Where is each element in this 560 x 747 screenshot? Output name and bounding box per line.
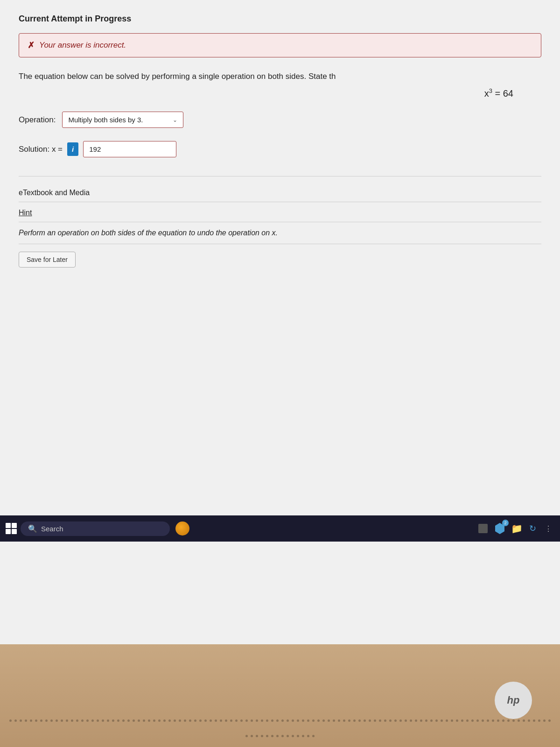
dot	[271, 719, 273, 722]
info-badge[interactable]: i	[67, 142, 78, 156]
hint-text: Perform an operation on both sides of th…	[19, 229, 278, 237]
dot	[482, 719, 484, 722]
dot	[302, 719, 304, 722]
dot	[133, 719, 135, 722]
dot	[122, 719, 125, 722]
dot	[256, 719, 258, 722]
taskbar-folder[interactable]: 📁	[511, 522, 523, 535]
dot	[328, 719, 330, 722]
dot	[435, 719, 438, 722]
attempt-title: Current Attempt in Progress	[19, 14, 541, 24]
dot	[456, 719, 458, 722]
hp-logo: hp	[495, 682, 532, 719]
dot	[276, 735, 279, 737]
taskbar-orb[interactable]	[175, 521, 189, 536]
windows-start-button[interactable]	[6, 523, 17, 534]
taskbar-refresh[interactable]: ↻	[526, 522, 539, 535]
hint-link[interactable]: Hint	[19, 209, 32, 217]
dot	[441, 719, 443, 722]
dot	[276, 719, 279, 722]
dot	[297, 719, 299, 722]
hint-text-section: Perform an operation on both sides of th…	[19, 222, 541, 244]
dot	[528, 719, 530, 722]
dot	[307, 719, 309, 722]
dot	[348, 719, 350, 722]
dot	[153, 719, 155, 722]
dot	[184, 719, 186, 722]
dot	[317, 719, 320, 722]
dot	[251, 735, 253, 737]
dot	[461, 719, 463, 722]
dot	[251, 719, 253, 722]
dot	[266, 735, 268, 737]
dot	[451, 719, 453, 722]
etextbook-section: eTextbook and Media	[19, 182, 541, 202]
dot	[127, 719, 130, 722]
dot	[14, 719, 17, 722]
dot	[476, 719, 479, 722]
dot	[20, 719, 22, 722]
dot	[410, 719, 412, 722]
dot	[518, 719, 520, 722]
hint-section: Hint	[19, 202, 541, 222]
dot	[548, 719, 551, 722]
dot	[256, 735, 258, 737]
dot	[466, 719, 469, 722]
dot	[425, 719, 427, 722]
dot	[502, 719, 504, 722]
dot	[281, 735, 284, 737]
taskbar-search-bar[interactable]: 🔍 Search	[21, 521, 170, 536]
dot	[420, 719, 422, 722]
dot	[292, 719, 294, 722]
solution-input[interactable]: 192	[83, 141, 176, 157]
dot	[61, 719, 63, 722]
dot	[204, 719, 207, 722]
notification-badge: 2	[502, 520, 509, 526]
dot	[394, 719, 397, 722]
dot	[471, 719, 474, 722]
dot	[143, 719, 145, 722]
operation-dropdown[interactable]: Multiply both sides by 3. ⌄	[62, 112, 183, 128]
dot	[245, 719, 248, 722]
dot	[543, 719, 546, 722]
dot	[302, 735, 304, 737]
dot	[25, 719, 27, 722]
dot	[66, 719, 68, 722]
dot	[389, 719, 392, 722]
taskbar-shield-wrap[interactable]: 2	[493, 521, 507, 536]
dot	[210, 719, 212, 722]
dot	[379, 719, 381, 722]
windows-icon-tl	[6, 523, 11, 528]
dot	[30, 719, 32, 722]
black-square-icon	[478, 524, 488, 533]
equation: x3 = 64	[19, 87, 513, 99]
dot	[81, 719, 84, 722]
dot	[50, 719, 53, 722]
taskbar: 🔍 Search 2 📁 ↻ ⋮	[0, 515, 560, 542]
dot	[76, 719, 78, 722]
dot	[71, 719, 73, 722]
save-later-button[interactable]: Save for Later	[19, 252, 76, 268]
dot	[230, 719, 232, 722]
dot	[497, 719, 499, 722]
dot	[117, 719, 119, 722]
dot	[333, 719, 335, 722]
dot	[240, 719, 243, 722]
dot	[287, 735, 289, 737]
dot	[56, 719, 58, 722]
dot	[297, 735, 299, 737]
dot	[189, 719, 191, 722]
dot	[9, 719, 12, 722]
dot	[343, 719, 345, 722]
refresh-icon: ↻	[529, 523, 536, 534]
taskbar-more[interactable]: ⋮	[542, 522, 554, 535]
etextbook-label[interactable]: eTextbook and Media	[19, 189, 90, 197]
dot	[487, 719, 489, 722]
taskbar-black-square[interactable]	[477, 522, 489, 535]
dot	[168, 719, 171, 722]
folder-icon: 📁	[511, 523, 523, 534]
dot	[533, 719, 535, 722]
dot	[523, 719, 525, 722]
dot	[40, 719, 42, 722]
dot	[538, 719, 540, 722]
